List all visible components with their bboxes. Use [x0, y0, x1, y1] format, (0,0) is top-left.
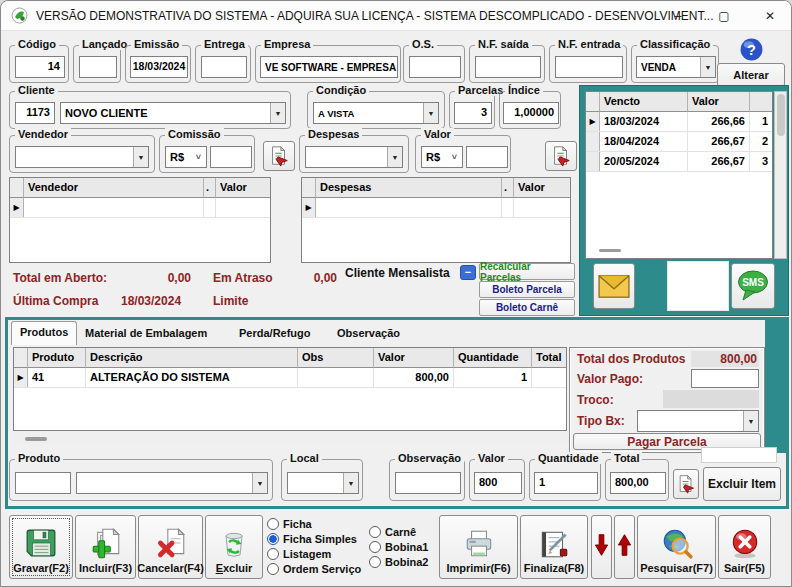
excluir-button[interactable]: Excluir [205, 515, 263, 579]
despesas-grid[interactable]: Despesas . Valor ▶ [301, 177, 571, 263]
tab-observacao[interactable]: Observação [329, 323, 408, 347]
column-header[interactable]: Valor [514, 178, 570, 198]
chevron-down-icon[interactable]: ▼ [133, 147, 148, 167]
vendedor-select[interactable]: ▼ [15, 146, 149, 168]
table-row[interactable]: 18/04/2024 266,67 2 [586, 132, 772, 152]
radio-ficha[interactable]: Ficha [267, 517, 312, 531]
email-button[interactable] [593, 263, 635, 309]
column-header[interactable]: Valor [216, 178, 270, 198]
maximize-button[interactable]: ▢ [701, 1, 747, 31]
column-header[interactable]: Valor [374, 348, 454, 368]
scrollbar-thumb[interactable] [25, 437, 47, 441]
radio-bobina1[interactable]: Bobina1 [369, 540, 428, 554]
column-header[interactable]: Produto [28, 348, 86, 368]
cliente-code-field[interactable]: 1173 [15, 102, 55, 124]
os-field[interactable] [409, 56, 461, 78]
add-comissao-button[interactable] [263, 141, 295, 171]
nf-saida-field[interactable] [475, 56, 541, 78]
parcelas-field[interactable]: 3 [454, 102, 492, 124]
emissao-field[interactable]: 18/03/2024 [130, 56, 188, 78]
add-despesa-button[interactable] [545, 141, 577, 171]
radio-listagem[interactable]: Listagem [267, 547, 331, 561]
chevron-down-icon[interactable]: ▼ [252, 473, 267, 493]
chevron-down-icon[interactable]: ▼ [387, 147, 402, 167]
excluir-item-button[interactable]: Excluir Item [703, 467, 781, 501]
quantidade-field[interactable]: 1 [534, 472, 598, 494]
produtos-grid[interactable]: Produto Descrição Obs Valor Quantidade T… [13, 347, 567, 431]
boleto-parcela-button[interactable]: Boleto Parcela [479, 281, 575, 298]
produtos-hscrollbar[interactable] [13, 432, 567, 445]
sair-button[interactable]: Sair(F5) [718, 515, 771, 579]
chevron-down-icon[interactable]: ˅ [447, 152, 462, 162]
minimize-button[interactable]: – [655, 1, 701, 31]
mensalista-toggle-button[interactable]: − [460, 265, 476, 280]
chevron-down-icon[interactable]: ˅ [191, 152, 206, 162]
chevron-down-icon[interactable]: ▼ [396, 57, 398, 77]
entrega-field[interactable] [201, 56, 247, 78]
table-row[interactable]: ▶ [10, 198, 270, 218]
chevron-down-icon[interactable]: ▼ [743, 411, 758, 431]
lancado-field[interactable] [79, 56, 117, 78]
valor-pago-field[interactable] [691, 369, 759, 388]
radio-ordem-servico[interactable]: Ordem Serviço [267, 562, 361, 576]
cancelar-button[interactable]: Cancelar(F4) [138, 515, 203, 579]
column-header[interactable]: . [502, 178, 514, 198]
produto-code-field[interactable] [15, 472, 71, 494]
chevron-down-icon[interactable]: ▼ [343, 473, 358, 493]
close-button[interactable]: ✕ [747, 1, 792, 31]
chevron-down-icon[interactable]: ▼ [700, 57, 715, 77]
imprimir-button[interactable]: Imprimir(F6) [439, 515, 518, 579]
table-row[interactable]: ▶ 18/03/2024 266,66 1 [586, 112, 772, 132]
column-header[interactable]: Valor [688, 92, 750, 112]
produto-select[interactable]: ▼ [76, 472, 268, 494]
indice-field[interactable]: 1,00000 [503, 102, 559, 124]
table-row[interactable]: ▶ 41 ALTERAÇÃO DO SISTEMA 800,00 1 [14, 368, 566, 388]
move-up-button[interactable] [614, 515, 635, 579]
parcelas-scrollbar[interactable] [774, 91, 787, 259]
cliente-select[interactable]: NOVO CLIENTE ▼ [60, 102, 286, 124]
tab-material-embalagem[interactable]: Material de Embalagem [77, 323, 215, 347]
comissao-currency-select[interactable]: R$ ˅ [165, 146, 207, 168]
column-header[interactable]: Vencto [600, 92, 688, 112]
valor-currency-select[interactable]: R$ ˅ [421, 146, 463, 168]
help-icon[interactable]: ? [739, 37, 764, 62]
alterar-button[interactable]: Alterar [717, 63, 785, 87]
table-row[interactable]: 20/05/2024 266,67 3 [586, 152, 772, 172]
item-report-button[interactable] [673, 469, 699, 499]
incluir-button[interactable]: Incluir(F3) [75, 515, 136, 579]
gravar-button[interactable]: Gravar(F2) [9, 515, 73, 579]
sms-button[interactable]: SMS [731, 263, 775, 309]
classificacao-select[interactable]: VENDA ▼ [636, 56, 716, 78]
column-header[interactable]: . [204, 178, 216, 198]
radio-ficha-simples[interactable]: Ficha Simples [267, 532, 357, 546]
finaliza-button[interactable]: Finaliza(F8) [520, 515, 588, 579]
column-header[interactable] [750, 92, 772, 112]
tab-perda-refugo[interactable]: Perda/Refugo [231, 323, 319, 347]
valor-despesa-field[interactable] [466, 146, 508, 168]
recalcular-parcelas-button[interactable]: Recalcular Parcelas [479, 263, 575, 280]
local-select[interactable]: ▼ [287, 472, 359, 494]
column-header[interactable]: Descrição [86, 348, 298, 368]
tab-produtos[interactable]: Produtos [11, 321, 77, 345]
despesas-select[interactable]: ▼ [305, 146, 403, 168]
chevron-down-icon[interactable]: ▼ [423, 103, 438, 123]
valor-field[interactable]: 800 [474, 472, 522, 494]
scrollbar-thumb[interactable] [599, 249, 621, 252]
column-header[interactable]: Quantidade [454, 348, 532, 368]
boleto-carne-button[interactable]: Boleto Carnê [479, 299, 575, 316]
column-header[interactable]: Total [532, 348, 566, 368]
move-down-button[interactable] [591, 515, 612, 579]
codigo-field[interactable]: 14 [15, 56, 65, 78]
total-field[interactable]: 800,00 [610, 472, 666, 494]
column-header[interactable]: Obs [298, 348, 374, 368]
chevron-down-icon[interactable]: ▼ [270, 103, 285, 123]
parcelas-grid[interactable]: Vencto Valor ▶ 18/03/2024 266,66 1 18/04… [585, 91, 773, 259]
empresa-select[interactable]: VE SOFTWARE - EMPRESA ▼ [260, 56, 398, 78]
observacao-field[interactable] [395, 472, 461, 494]
column-header[interactable]: Despesas [316, 178, 502, 198]
comissao-field[interactable] [210, 146, 252, 168]
title-bar[interactable]: VERSÃO DEMONSTRATIVA DO SISTEMA - ADQUIR… [1, 1, 792, 31]
nf-entrada-field[interactable] [555, 56, 623, 78]
vendedor-grid[interactable]: Vendedor . Valor ▶ [9, 177, 271, 263]
table-row[interactable]: ▶ [302, 198, 570, 218]
